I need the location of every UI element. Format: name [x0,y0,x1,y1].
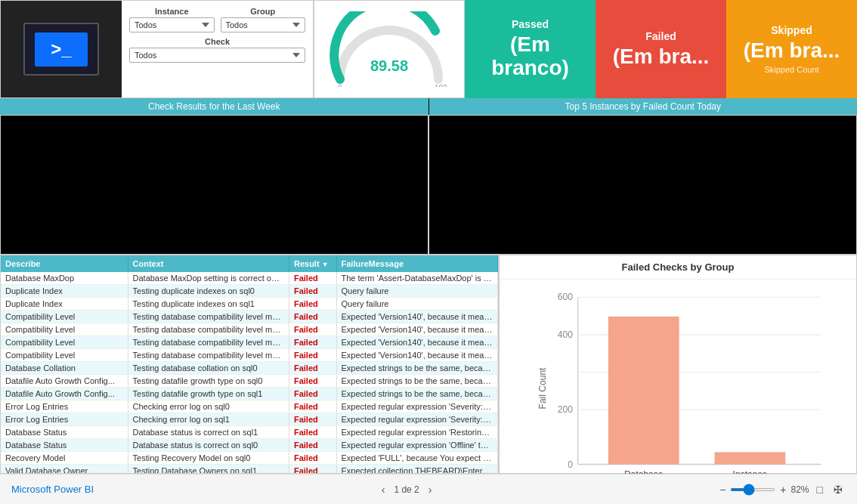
filter-area: Instance Todos Group Todos Check [122,1,313,97]
gauge-area: 0 100 89.58 [314,0,465,98]
table-cell: Error Log Entries [1,400,128,413]
bar-database[interactable] [608,317,679,465]
table-row[interactable]: Database MaxDopDatabase MaxDop setting i… [1,272,498,285]
passed-card[interactable]: Passed (Em branco) [465,0,596,98]
table-cell: Expected 'Version140', because it means … [336,311,497,323]
table-row[interactable]: Compatibility LevelTesting database comp… [1,349,498,362]
passed-value: (Em branco) [471,33,589,80]
zoom-out-button[interactable]: − [719,484,726,496]
table-cell: Testing datafile growth type on sql1 [128,388,289,400]
col-failure: FailureMessage [336,255,497,272]
table-cell: Failed [289,298,336,311]
table-cell: Failed [289,285,336,298]
table-row[interactable]: Duplicate IndexTesting duplicate indexes… [1,298,498,311]
table-cell: Failed [289,439,336,452]
instance-select[interactable]: Todos [129,17,215,32]
table-cell: Expected collection THEBEARD\EnterpriseA… [336,465,497,473]
gauge-svg: 0 100 [329,11,450,87]
fit-page-button[interactable]: □ [814,482,826,497]
table-cell: Testing database compatibility level mat… [128,349,289,362]
table-row[interactable]: Compatibility LevelTesting database comp… [1,336,498,349]
table-cell: Testing Database Owners on sql1 [128,465,289,473]
table-row[interactable]: Error Log EntriesChecking error log on s… [1,413,498,426]
page-navigation: ‹ 1 de 2 › [379,482,435,497]
next-page-button[interactable]: › [425,482,435,497]
group-select[interactable]: Todos [221,17,306,32]
table-cell: Testing datafile growth type on sql0 [128,375,289,388]
table-cell: Failed [289,375,336,388]
table-cell: Expected 'Version140', because it means … [336,323,497,336]
table-cell: Expected regular expression 'Restoring' … [336,426,497,439]
table-cell: Datafile Auto Growth Config... [1,388,128,400]
zoom-in-button[interactable]: + [780,484,786,496]
svg-text:Fail Count: Fail Count [537,367,548,410]
charts-header: Check Results for the Last Week Top 5 In… [0,98,857,115]
skipped-subtitle: Skipped Count [764,65,818,74]
table-cell: Expected strings to be the same, because… [336,375,497,388]
table-cell: Valid Database Owner [1,465,128,473]
table-row[interactable]: Error Log EntriesChecking error log on s… [1,400,498,413]
logo-box: >_ [1,1,122,97]
table-cell: Expected strings to be the same, because… [336,388,497,400]
table-cell: Database Status [1,439,128,452]
table-cell: Query failure [336,285,497,298]
main-container: >_ Instance Todos Group Todos [0,0,857,504]
table-cell: Failed [289,362,336,375]
table-cell: Checking error log on sql0 [128,400,289,413]
passed-title: Passed [512,18,549,30]
table-cell: Expected strings to be the same, because… [336,362,497,375]
table-row[interactable]: Valid Database OwnerTesting Database Own… [1,465,498,473]
bar-instance[interactable] [714,452,785,464]
table-cell: Expected 'FULL', because You expect this… [336,452,497,465]
col-context: Context [128,255,289,272]
table-row[interactable]: Datafile Auto Growth Config...Testing da… [1,375,498,388]
table-row[interactable]: Database StatusDatabase status is correc… [1,426,498,439]
skipped-card[interactable]: Skipped (Em bra... Skipped Count [726,0,857,98]
check-label: Check [129,37,305,46]
svg-text:0: 0 [338,84,342,87]
table-cell: Compatibility Level [1,311,128,323]
charts-area [0,115,857,255]
table-row[interactable]: Database StatusDatabase status is correc… [1,439,498,452]
logo-screen: >_ [23,23,99,76]
table-cell: Compatibility Level [1,336,128,349]
table-cell: Failed [289,465,336,473]
table-cell: Database status is correct on sql1 [128,426,289,439]
table-cell: Datafile Auto Growth Config... [1,375,128,388]
table-cell: Testing database collation on sql0 [128,362,289,375]
brand-label: Microsoft Power BI [11,484,94,495]
failed-value: (Em bra... [613,45,710,69]
zoom-controls: − + 82% □ ✠ [719,482,846,497]
table-row[interactable]: Datafile Auto Growth Config...Testing da… [1,388,498,400]
table-row[interactable]: Duplicate IndexTesting duplicate indexes… [1,285,498,298]
failed-title: Failed [645,30,676,42]
table-cell: Testing database compatibility level mat… [128,323,289,336]
svg-text:400: 400 [558,329,573,340]
table-cell: Database status is correct on sql0 [128,439,289,452]
table-cell: Expected regular expression 'Severity: 1… [336,400,497,413]
zoom-slider[interactable] [730,488,775,491]
table-row[interactable]: Compatibility LevelTesting database comp… [1,323,498,336]
table-cell: Failed [289,452,336,465]
failed-card[interactable]: Failed (Em bra... [596,0,726,98]
logo-filter-panel: >_ Instance Todos Group Todos [0,0,314,98]
svg-text:600: 600 [558,292,573,302]
check-select[interactable]: Todos [129,48,305,63]
status-cards: Passed (Em branco) Failed (Em bra... Ski… [465,0,857,98]
table-container[interactable]: Describe Context Result ▼ FailureMessage… [1,255,498,473]
fullscreen-button[interactable]: ✠ [831,482,846,497]
table-row[interactable]: Database CollationTesting database colla… [1,362,498,375]
table-cell: Failed [289,311,336,323]
table-cell: Database MaxDop [1,272,128,285]
table-cell: Duplicate Index [1,298,128,311]
table-row[interactable]: Recovery ModelTesting Recovery Model on … [1,452,498,465]
table-cell: Failed [289,349,336,362]
table-row[interactable]: Compatibility LevelTesting database comp… [1,311,498,323]
instance-filter-group: Instance Todos [129,7,215,32]
chart-right-header: Top 5 Instances by Failed Count Today [429,98,858,115]
table-cell: Testing database compatibility level mat… [128,311,289,323]
top-section: >_ Instance Todos Group Todos [0,0,857,98]
table-cell: The term 'Assert-DatabaseMaxDop' is not … [336,272,497,285]
table-cell: Database MaxDop setting is correct on sq… [128,272,289,285]
prev-page-button[interactable]: ‹ [379,482,388,497]
